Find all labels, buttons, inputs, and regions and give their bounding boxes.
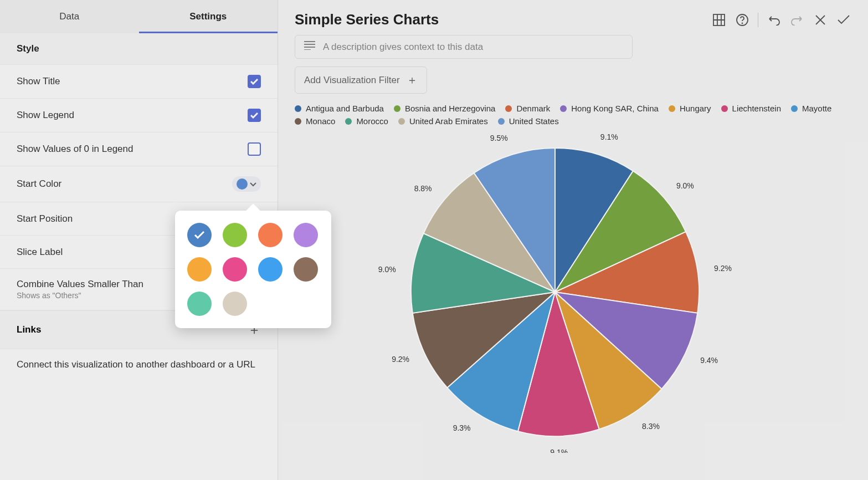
legend-item[interactable]: Antigua and Barbuda [295,104,384,113]
grid-icon[interactable] [711,12,727,28]
color-swatch[interactable] [223,223,247,247]
legend-label: Hungary [680,104,711,113]
legend-label: Antigua and Barbuda [306,104,384,113]
chart-title: Simple Series Charts [295,11,703,28]
main-panel: Simple Series Charts A description gives… [278,0,868,480]
checkbox-show-zero[interactable] [248,142,261,156]
legend-dot [498,118,505,125]
legend-item[interactable]: United Arab Emirates [398,116,488,126]
legend-item[interactable]: Morocco [345,116,388,126]
legend-label: Mayotte [802,104,831,113]
description-input[interactable]: A description gives context to this data [295,35,633,59]
setting-label: Slice Label [17,247,63,258]
divider [758,13,758,27]
legend-dot [295,105,301,112]
color-swatch[interactable] [258,257,283,282]
legend-label: Morocco [356,116,388,126]
description-placeholder: A description gives context to this data [323,42,483,53]
color-swatch[interactable] [223,292,247,316]
setting-sublabel: Shows as "Others" [17,291,143,300]
setting-start-color[interactable]: Start Color [0,166,278,202]
color-dot [237,178,248,190]
confirm-icon[interactable] [836,12,851,28]
legend-dot [345,118,352,125]
setting-show-legend[interactable]: Show Legend [0,99,278,132]
start-color-button[interactable] [232,176,261,192]
color-swatch[interactable] [187,257,212,282]
setting-show-title[interactable]: Show Title [0,65,278,99]
checkbox-show-legend[interactable] [248,109,261,122]
close-icon[interactable] [813,12,828,28]
legend-label: Liechtenstein [732,104,781,113]
help-icon[interactable] [735,12,750,28]
legend-item[interactable]: Denmark [505,104,550,113]
slice-label: 9.3% [453,423,471,432]
chevron-down-icon [250,178,256,190]
slice-label: 9.2% [714,264,732,273]
links-label: Links [17,324,41,335]
setting-label: Start Color [17,178,61,190]
legend-item[interactable]: Bosnia and Herzegovina [394,104,495,113]
legend-dot [560,105,567,112]
sidebar-tabs: Data Settings [0,0,278,33]
setting-label: Show Values of 0 in Legend [17,144,133,155]
setting-show-zero[interactable]: Show Values of 0 in Legend [0,132,278,166]
color-swatch[interactable] [294,257,318,282]
add-filter-button[interactable]: Add Visualization Filter ＋ [295,67,427,94]
redo-icon[interactable] [789,12,805,28]
slice-label: 9.1% [550,448,568,453]
chart-legend: Antigua and BarbudaBosnia and Herzegovin… [295,104,851,126]
color-picker-popover [175,211,331,328]
undo-icon[interactable] [766,12,782,28]
legend-dot [394,105,400,112]
slice-label: 9.0% [676,181,694,190]
legend-label: Hong Kong SAR, China [571,104,659,113]
setting-label: Show Legend [17,110,74,121]
legend-dot [505,105,512,112]
legend-dot [398,118,405,125]
legend-item[interactable]: Monaco [295,116,335,126]
pie-chart: 9.1%9.0%9.2%9.4%8.3%9.1%9.3%9.2%9.0%8.8%… [295,131,849,453]
filter-label: Add Visualization Filter [304,75,400,86]
color-swatch[interactable] [187,292,212,316]
legend-item[interactable]: Liechtenstein [721,104,781,113]
color-swatch[interactable] [294,223,318,247]
slice-label: 9.2% [392,355,409,364]
slice-label: 8.3% [642,422,660,431]
color-swatch[interactable] [187,223,212,247]
color-swatch[interactable] [258,223,283,247]
legend-dot [295,118,301,125]
setting-label: Combine Values Smaller Than [17,279,143,290]
legend-dot [791,105,798,112]
legend-label: Bosnia and Herzegovina [405,104,495,113]
slice-label: 9.1% [600,132,618,141]
color-swatch[interactable] [223,257,247,282]
plus-icon: ＋ [407,73,418,88]
slice-label: 9.5% [490,134,508,142]
legend-item[interactable]: United States [498,116,559,126]
legend-label: United States [509,116,559,126]
checkbox-show-title[interactable] [248,75,261,88]
svg-point-2 [742,23,743,23]
tab-data[interactable]: Data [0,0,139,33]
tab-settings[interactable]: Settings [139,0,278,33]
legend-dot [721,105,728,112]
legend-label: Monaco [306,116,335,126]
legend-label: United Arab Emirates [409,116,488,126]
legend-dot [669,105,675,112]
slice-label: 9.0% [378,265,396,274]
setting-label: Show Title [17,76,60,87]
slice-label: 8.8% [414,184,432,193]
legend-label: Denmark [516,104,550,113]
legend-item[interactable]: Mayotte [791,104,831,113]
lines-icon [304,41,315,53]
legend-item[interactable]: Hungary [669,104,711,113]
setting-label: Start Position [17,213,73,224]
legend-item[interactable]: Hong Kong SAR, China [560,104,659,113]
links-description: Connect this visualization to another da… [0,349,278,380]
style-section-header: Style [0,33,278,65]
slice-label: 9.4% [700,356,718,365]
